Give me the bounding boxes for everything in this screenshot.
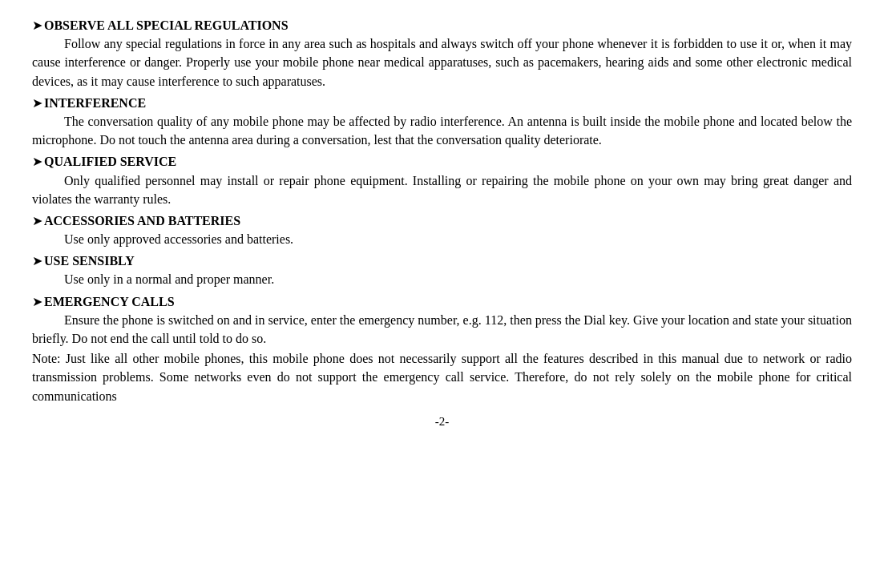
emergency-body: Ensure the phone is switched on and in s… bbox=[32, 311, 852, 348]
use-sensibly-header: ➤USE SENSIBLY bbox=[32, 252, 852, 270]
qualified-header: ➤QUALIFIED SERVICE bbox=[32, 152, 852, 171]
arrow-icon-accessories: ➤ bbox=[32, 214, 42, 228]
arrow-icon-use-sensibly: ➤ bbox=[32, 254, 42, 268]
interference-header: ➤INTERFERENCE bbox=[32, 94, 852, 112]
arrow-icon-emergency: ➤ bbox=[32, 295, 42, 308]
page-content: ➤OBSERVE ALL SPECIAL REGULATIONS Follow … bbox=[32, 16, 852, 431]
arrow-icon-interference: ➤ bbox=[32, 96, 42, 110]
accessories-header: ➤ACCESSORIES AND BATTERIES bbox=[32, 211, 852, 230]
page-number: -2- bbox=[32, 413, 852, 431]
observe-header: ➤OBSERVE ALL SPECIAL REGULATIONS bbox=[32, 16, 852, 34]
arrow-icon-observe: ➤ bbox=[32, 18, 42, 32]
arrow-icon-qualified: ➤ bbox=[32, 155, 42, 168]
accessories-body: Use only approved accessories and batter… bbox=[32, 230, 852, 248]
interference-body: The conversation quality of any mobile p… bbox=[32, 112, 852, 149]
note-text: Note: Just like all other mobile phones,… bbox=[32, 349, 852, 405]
qualified-body: Only qualified personnel may install or … bbox=[32, 171, 852, 208]
emergency-header: ➤EMERGENCY CALLS bbox=[32, 292, 852, 311]
use-sensibly-body: Use only in a normal and proper manner. bbox=[32, 270, 852, 288]
observe-body: Follow any special regulations in force … bbox=[32, 34, 852, 91]
